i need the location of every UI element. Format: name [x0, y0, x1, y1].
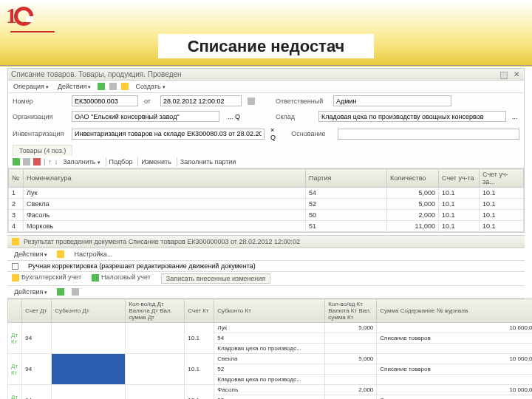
settings-icon[interactable]: [57, 250, 64, 258]
date-input[interactable]: [160, 95, 242, 106]
col-acct: Счет уч-та: [439, 169, 480, 188]
col-kt: Счет Кт: [185, 299, 214, 323]
col-qtykt: Кол-во/ед Кт Валюта Кт Вал. сумма Кт: [325, 299, 377, 323]
fill-menu[interactable]: Заполнить: [61, 157, 102, 166]
tab-acct[interactable]: Бухгалтерский учет: [12, 273, 81, 284]
document-window: Списание товаров. Товары, продукция. Про…: [7, 68, 525, 233]
otv-label: Ответственный: [276, 98, 327, 105]
result-icon: [12, 238, 19, 245]
result-title: Результат проведения документа Списание …: [24, 238, 520, 245]
osn-input[interactable]: [338, 129, 519, 140]
row-copy-icon[interactable]: [23, 158, 30, 166]
result-actions[interactable]: Действия: [12, 250, 50, 259]
copy-icon[interactable]: [109, 83, 117, 90]
slide-title: Списание недостач: [158, 34, 375, 58]
col-acctz: Счет уч-за...: [480, 169, 524, 188]
col-dt: Счет Дт: [22, 299, 52, 323]
otv-input[interactable]: [333, 95, 451, 106]
col-qty: Количество: [387, 169, 439, 188]
sklad-input[interactable]: [318, 111, 506, 122]
actions-menu[interactable]: Действия: [55, 82, 93, 91]
col-n: №: [9, 169, 24, 188]
osn-label: Основание: [291, 130, 332, 137]
tab-tax[interactable]: Налоговый учет: [92, 273, 151, 284]
col-sum: Сумма Содержание № журнала: [377, 299, 532, 323]
calendar-icon[interactable]: [248, 98, 255, 105]
save-changes-button[interactable]: Записать внесенные изменения: [161, 273, 270, 284]
fillbatch-button[interactable]: Заполнить партии: [177, 157, 239, 166]
org-input[interactable]: [72, 111, 219, 122]
create-menu[interactable]: Создать: [133, 82, 167, 91]
logo: 1: [6, 3, 33, 28]
posting-row[interactable]: ДтКт9410.1Лук5,00010 600,00: [8, 323, 533, 333]
postings-table[interactable]: Счет Дт Субконто Дт Кол-во/ед Дт Валюта …: [7, 299, 532, 399]
sort-up-icon[interactable]: ↑: [48, 158, 52, 166]
manual-label: Ручная корректировка (разрешает редактир…: [28, 262, 256, 270]
sort-down-icon[interactable]: ↓: [55, 158, 58, 166]
col-subdt: Субконто Дт: [52, 299, 126, 323]
r-add-icon[interactable]: [57, 288, 64, 296]
col-party: Партия: [306, 169, 387, 188]
post-icon[interactable]: [121, 83, 129, 90]
result-actions2[interactable]: Действия: [12, 287, 50, 296]
number-label: Номер: [13, 98, 66, 105]
posting-row[interactable]: ДтКт9410.1Фасоль2,00010 000,00: [8, 385, 533, 395]
col-subkt: Субконто Кт: [214, 299, 325, 323]
settings-button[interactable]: Настройка...: [72, 250, 115, 259]
inv-input[interactable]: [72, 129, 265, 140]
close-icon[interactable]: ✕: [514, 70, 519, 78]
table-row[interactable]: 3Фасоль502,00010.110.1: [9, 210, 524, 221]
r-copy-icon[interactable]: [72, 288, 79, 296]
operation-menu[interactable]: Операция: [11, 82, 51, 91]
table-row[interactable]: 2Свекла525,00010.110.1: [9, 199, 524, 210]
col-qtydt: Кол-во/ед Дт Валюта Дт Вал. сумма Дт: [126, 299, 185, 323]
date-label: от: [144, 98, 154, 105]
posting-row[interactable]: ДтКт9410.1Свекла5,00010 000,00: [8, 354, 533, 364]
pick-button[interactable]: Подбор: [106, 157, 135, 166]
change-button[interactable]: Изменить: [137, 157, 174, 166]
manual-checkbox[interactable]: [12, 263, 18, 270]
inv-label: Инвентаризация: [13, 130, 66, 137]
sklad-label: Склад: [276, 113, 313, 120]
col-nom: Номенклатура: [24, 169, 306, 188]
print-icon[interactable]: [500, 72, 508, 79]
number-input[interactable]: [72, 95, 138, 106]
row-del-icon[interactable]: [33, 158, 41, 166]
window-title: Списание товаров. Товары, продукция. Про…: [8, 69, 524, 81]
table-row[interactable]: 1Лук545,00010.110.1: [9, 188, 524, 199]
org-label: Организация: [13, 113, 66, 120]
add-icon[interactable]: [98, 83, 105, 90]
table-row[interactable]: 4Морковь5111,00010.110.1: [9, 221, 524, 232]
items-table[interactable]: № Номенклатура Партия Количество Счет уч…: [8, 168, 524, 232]
row-add-icon[interactable]: [13, 158, 20, 166]
items-tab[interactable]: Товары (4 поз.): [13, 145, 72, 156]
